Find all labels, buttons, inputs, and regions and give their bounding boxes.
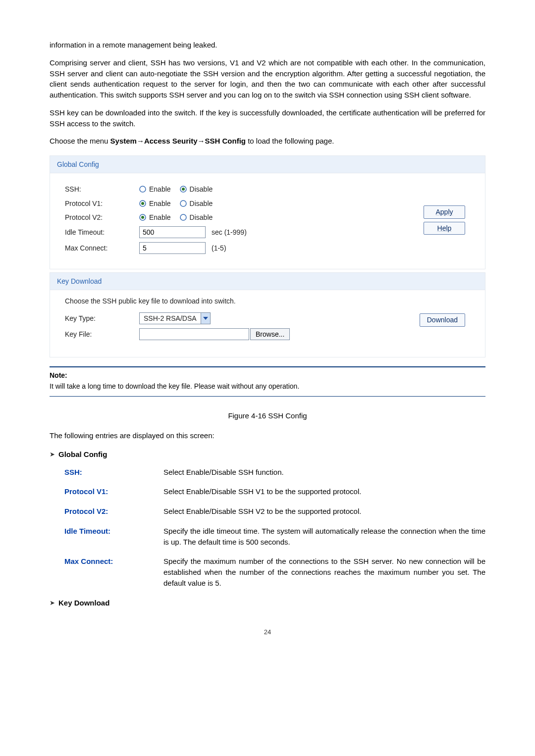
key-download-heading: Key Download (58, 598, 109, 608)
key-type-row: Key Type: SSH-2 RSA/DSA (65, 312, 470, 324)
svg-point-7 (141, 216, 144, 219)
protocol-v1-row: Protocol V1: Enable Disable (65, 199, 470, 208)
v1-enable-radio[interactable]: Enable (139, 199, 171, 208)
global-config-panel-body: Apply Help SSH: Enable Disable Protocol … (50, 173, 485, 269)
ssh-row: SSH: Enable Disable (65, 184, 470, 194)
global-config-panel: Global Config Apply Help SSH: Enable Dis… (50, 155, 485, 269)
key-download-instruction: Choose the SSH public key file to downlo… (65, 296, 470, 306)
key-type-label: Key Type: (65, 313, 139, 323)
paragraph-3: SSH key can be downloaded into the switc… (50, 107, 485, 129)
svg-point-8 (180, 214, 186, 220)
svg-point-0 (140, 186, 146, 192)
protocol-v1-label: Protocol V1: (65, 199, 139, 208)
global-config-definitions: SSH: Select Enable/Disable SSH function.… (50, 467, 485, 589)
key-type-value: SSH-2 RSA/DSA (140, 313, 201, 323)
global-config-buttons: Apply Help (424, 204, 465, 236)
note-section: Note: It will take a long time to downlo… (50, 367, 485, 397)
def-v1-desc: Select Enable/Disable SSH V1 to be the s… (163, 486, 485, 497)
note-title: Note: (50, 370, 485, 380)
radio-unchecked-icon (139, 186, 146, 193)
svg-point-5 (180, 201, 186, 206)
v2-disable-radio[interactable]: Disable (180, 212, 213, 222)
v2-disable-label: Disable (190, 212, 213, 222)
def-max: Max Connect: Specify the maximum number … (64, 556, 485, 588)
key-file-input-wrap: Browse... (139, 328, 290, 340)
max-connect-row: Max Connect: (1-5) (65, 242, 470, 254)
def-max-desc: Specify the maximum number of the connec… (163, 556, 485, 588)
max-connect-label: Max Connect: (65, 243, 139, 253)
def-idle: Idle Timeout: Specify the idle timeout t… (64, 526, 485, 548)
apply-button[interactable]: Apply (424, 205, 465, 218)
idle-timeout-row: Idle Timeout: sec (1-999) (65, 226, 470, 238)
figure-caption: Figure 4-16 SSH Config (50, 410, 485, 421)
idle-timeout-unit: sec (1-999) (212, 227, 247, 237)
menu-path-prefix: Choose the menu (50, 137, 110, 145)
svg-marker-9 (203, 317, 208, 320)
max-connect-unit: (1-5) (212, 243, 226, 253)
key-download-heading-row: ➤ Key Download (50, 598, 485, 608)
radio-checked-icon (139, 214, 146, 221)
def-max-term: Max Connect: (64, 556, 163, 588)
global-config-heading-row: ➤ Global Config (50, 449, 485, 460)
def-ssh: SSH: Select Enable/Disable SSH function. (64, 467, 485, 478)
menu-path-suffix: to load the following page. (246, 137, 334, 145)
ssh-enable-radio[interactable]: Enable (139, 184, 171, 194)
key-type-select[interactable]: SSH-2 RSA/DSA (139, 312, 211, 324)
note-rule-bottom (50, 396, 485, 397)
v1-disable-radio[interactable]: Disable (180, 199, 213, 208)
v1-enable-label: Enable (149, 199, 171, 208)
ssh-disable-label: Disable (190, 184, 213, 194)
def-ssh-term: SSH: (64, 467, 163, 478)
help-button[interactable]: Help (424, 222, 465, 235)
protocol-v2-row: Protocol V2: Enable Disable (65, 212, 470, 222)
paragraph-2: Comprising server and client, SSH has tw… (50, 57, 485, 101)
radio-checked-icon (139, 200, 146, 207)
download-button-wrap: Download (420, 312, 465, 328)
svg-point-2 (182, 188, 185, 191)
def-v1-term: Protocol V1: (64, 486, 163, 497)
protocol-v2-label: Protocol V2: (65, 212, 139, 222)
idle-timeout-label: Idle Timeout: (65, 227, 139, 237)
def-ssh-desc: Select Enable/Disable SSH function. (163, 467, 485, 478)
radio-unchecked-icon (180, 200, 187, 207)
key-download-panel: Key Download Download Choose the SSH pub… (50, 272, 485, 357)
v2-enable-label: Enable (149, 212, 171, 222)
radio-checked-icon (180, 186, 187, 193)
key-file-input[interactable] (139, 328, 249, 340)
def-idle-term: Idle Timeout: (64, 526, 163, 548)
v1-disable-label: Disable (190, 199, 213, 208)
chevron-right-icon: ➤ (50, 598, 58, 608)
radio-unchecked-icon (180, 214, 187, 221)
key-file-row: Key File: Browse... (65, 328, 470, 340)
ssh-enable-label: Enable (149, 184, 171, 194)
menu-path: Choose the menu System→Access Seurity→SS… (50, 136, 485, 147)
browse-button[interactable]: Browse... (250, 328, 290, 340)
def-v1: Protocol V1: Select Enable/Disable SSH V… (64, 486, 485, 497)
max-connect-input[interactable] (139, 242, 206, 254)
def-v2: Protocol V2: Select Enable/Disable SSH V… (64, 506, 485, 517)
key-download-panel-body: Download Choose the SSH public key file … (50, 290, 485, 356)
v2-enable-radio[interactable]: Enable (139, 212, 171, 222)
chevron-down-icon (201, 313, 210, 324)
note-text: It will take a long time to download the… (50, 381, 485, 391)
idle-timeout-input[interactable] (139, 226, 206, 238)
ssh-disable-radio[interactable]: Disable (180, 184, 213, 194)
key-download-panel-header: Key Download (50, 273, 485, 290)
global-config-panel-header: Global Config (50, 156, 485, 173)
chevron-right-icon: ➤ (50, 449, 58, 459)
entries-intro: The following entries are displayed on t… (50, 430, 485, 441)
ssh-label: SSH: (65, 184, 139, 194)
page-number: 24 (50, 628, 485, 637)
download-button[interactable]: Download (420, 313, 465, 326)
def-v2-desc: Select Enable/Disable SSH V2 to be the s… (163, 506, 485, 517)
def-v2-term: Protocol V2: (64, 506, 163, 517)
paragraph-1: information in a remote management being… (50, 40, 485, 50)
svg-point-4 (141, 202, 144, 205)
global-config-heading: Global Config (58, 449, 107, 460)
def-idle-desc: Specify the idle timeout time. The syste… (163, 526, 485, 548)
key-file-label: Key File: (65, 329, 139, 339)
menu-path-bold: System→Access Seurity→SSH Config (110, 137, 246, 145)
